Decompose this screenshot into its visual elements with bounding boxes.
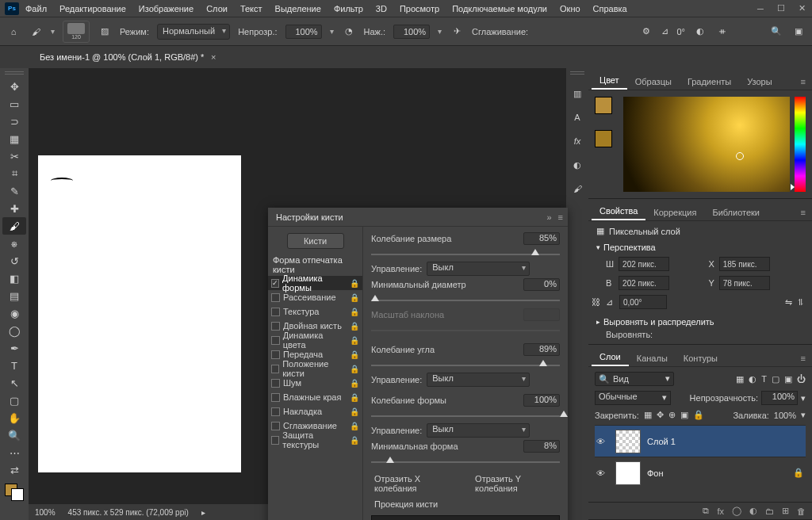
filter-pixels-icon[interactable]: ▦: [736, 374, 744, 384]
layer-thumbnail[interactable]: [615, 430, 641, 453]
angle-jitter-value[interactable]: 89%: [523, 343, 560, 356]
brush-tool[interactable]: 🖌: [2, 217, 26, 235]
flow-dropdown[interactable]: ▾: [438, 27, 442, 36]
min-diameter-value[interactable]: 0%: [523, 278, 560, 291]
brush-option-0[interactable]: Динамика формы🔒: [268, 276, 362, 290]
checkbox[interactable]: [271, 422, 280, 430]
history-brush-tool[interactable]: ↺: [2, 252, 26, 270]
delete-icon[interactable]: 🗑: [797, 507, 806, 516]
eraser-tool[interactable]: ◧: [2, 270, 26, 287]
x-input[interactable]: [719, 257, 770, 271]
min-diameter-slider[interactable]: [371, 295, 560, 306]
opacity-input[interactable]: 100%: [285, 25, 322, 39]
character-panel-icon[interactable]: A: [569, 109, 585, 125]
eyedropper-tool[interactable]: ✎: [2, 182, 26, 200]
filter-shape-icon[interactable]: ▢: [772, 374, 779, 384]
control-select-3[interactable]: Выкл: [427, 423, 530, 438]
zoom-tool[interactable]: 🔍: [2, 426, 26, 444]
history-panel-icon[interactable]: ▥: [569, 86, 585, 101]
brush-option-9[interactable]: Накладка🔒: [268, 404, 362, 419]
symmetry-icon[interactable]: ᚑ: [715, 25, 730, 39]
group-icon[interactable]: 🗀: [765, 507, 774, 516]
pen-tool[interactable]: ✒: [2, 339, 26, 357]
fill-adjust-icon[interactable]: ◐: [749, 506, 757, 516]
color-swatches[interactable]: [3, 482, 25, 503]
link-wh-icon[interactable]: ⛓: [592, 297, 600, 307]
layer-name[interactable]: Фон: [647, 468, 664, 478]
checkbox[interactable]: [271, 322, 280, 331]
fill-dd[interactable]: ▾: [801, 410, 806, 420]
blend-mode-select[interactable]: Нормальный: [157, 24, 230, 40]
heal-tool[interactable]: ✚: [2, 200, 26, 217]
visibility-icon[interactable]: 👁: [596, 468, 609, 478]
hand-tool[interactable]: ✋: [2, 409, 26, 426]
size-jitter-value[interactable]: 85%: [523, 232, 560, 245]
checkbox[interactable]: [271, 393, 280, 402]
size-jitter-slider[interactable]: [371, 249, 560, 260]
adjustments-panel-icon[interactable]: ◐: [569, 157, 585, 173]
window-maximize-icon[interactable]: ☐: [776, 3, 787, 14]
flip-horizontal-icon[interactable]: ⇋: [785, 297, 792, 308]
lock-icon[interactable]: 🔒: [350, 379, 359, 388]
canvas-area[interactable]: 100% 453 пикс. x 529 пикс. (72,009 ppi) …: [29, 68, 566, 520]
layer-name[interactable]: Слой 1: [647, 437, 676, 446]
brush-option-11[interactable]: Защита текстуры🔒: [268, 433, 362, 447]
tool-gripper[interactable]: [5, 71, 24, 78]
collapse-icon[interactable]: »: [546, 212, 551, 222]
more-tools[interactable]: ⋯: [2, 444, 26, 461]
angle-value[interactable]: 0°: [676, 27, 685, 36]
brushes-panel-icon[interactable]: 🖌: [569, 181, 585, 197]
color-picker[interactable]: [623, 97, 790, 192]
checkbox[interactable]: [271, 336, 280, 345]
min-round-value[interactable]: 8%: [523, 440, 560, 453]
angle-input[interactable]: [619, 295, 667, 309]
checkbox[interactable]: [271, 308, 280, 316]
type-tool[interactable]: T: [2, 357, 26, 374]
mask-icon[interactable]: ◯: [732, 506, 741, 516]
lock-icon[interactable]: 🔒: [350, 365, 359, 373]
brush-tip-shape[interactable]: Форма отпечатка кисти: [268, 254, 362, 276]
align-section[interactable]: Выровнять и распределить: [596, 317, 804, 327]
lock-icon[interactable]: 🔒: [350, 407, 359, 416]
control-select-1[interactable]: Выкл: [427, 262, 530, 276]
brush-option-6[interactable]: Положение кисти🔒: [268, 361, 362, 376]
gear-icon[interactable]: ⚙: [639, 25, 653, 39]
flip-x-checkbox[interactable]: Отразить X колебания: [371, 474, 459, 493]
tab-libraries[interactable]: Библиотеки: [704, 204, 768, 220]
gradient-tool[interactable]: ▤: [2, 287, 26, 304]
search-icon[interactable]: 🔍: [769, 25, 783, 39]
tab-paths[interactable]: Контуры: [676, 350, 726, 366]
w-input[interactable]: [619, 257, 669, 271]
transform-section[interactable]: Перспектива: [596, 243, 804, 252]
visibility-icon[interactable]: 👁: [596, 437, 609, 446]
min-round-slider[interactable]: [371, 457, 560, 468]
lock-icon[interactable]: 🔒: [350, 308, 359, 316]
stamp-tool[interactable]: ⎈: [2, 235, 26, 252]
pressure-size-icon[interactable]: ◐: [693, 25, 707, 39]
brush-option-2[interactable]: Текстура🔒: [268, 304, 362, 319]
layer-thumbnail[interactable]: [615, 461, 641, 485]
lock-icon[interactable]: 🔒: [350, 322, 359, 331]
lock-icon[interactable]: 🔒: [350, 350, 359, 359]
menu-plugins[interactable]: Подключаемые модули: [446, 2, 553, 16]
airbrush-icon[interactable]: ✈: [450, 25, 464, 39]
brush-tool-dropdown[interactable]: ▾: [51, 27, 55, 36]
tab-patterns[interactable]: Узоры: [739, 73, 779, 90]
opacity-layer-input[interactable]: 100%: [761, 391, 798, 405]
lock-icon[interactable]: 🔒: [350, 293, 359, 302]
color-bg-swatch[interactable]: [595, 130, 612, 147]
menu-layer[interactable]: Слои: [200, 2, 234, 16]
menu-edit[interactable]: Редактирование: [53, 2, 132, 16]
shape-tool[interactable]: ▢: [2, 392, 26, 409]
menu-file[interactable]: Файл: [19, 2, 53, 16]
round-jitter-slider[interactable]: [371, 411, 560, 422]
dock-gripper[interactable]: [570, 71, 584, 78]
close-tab-icon[interactable]: ×: [211, 52, 216, 62]
brush-settings-icon[interactable]: ▨: [98, 25, 112, 39]
lock-artboard-icon[interactable]: ▣: [680, 410, 688, 420]
fx-icon[interactable]: fx: [717, 507, 724, 516]
properties-panel-menu-icon[interactable]: ≡: [798, 205, 809, 220]
frame-tool[interactable]: ⌗: [2, 165, 26, 182]
home-icon[interactable]: ⌂: [6, 25, 21, 39]
brushes-button[interactable]: Кисти: [287, 233, 344, 249]
